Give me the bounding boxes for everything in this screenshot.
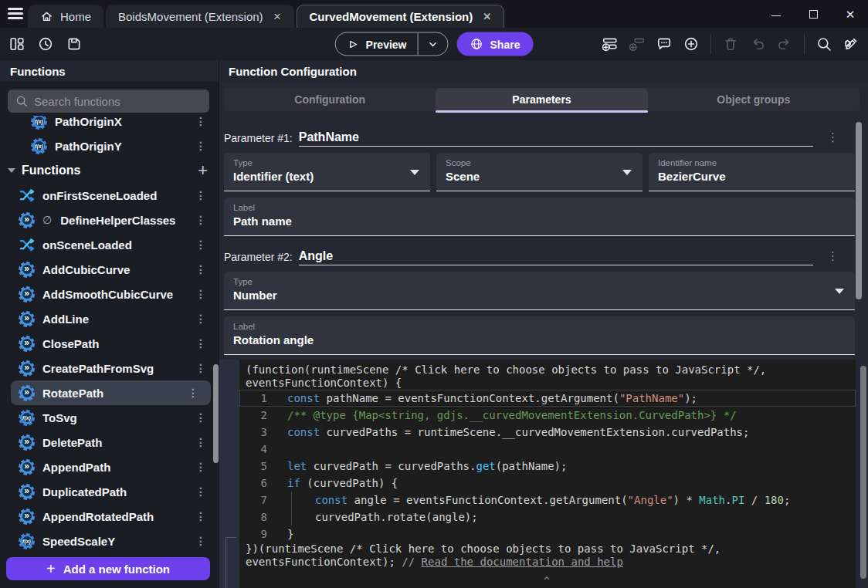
item-menu-button[interactable]: ⋮ bbox=[191, 288, 211, 300]
search-box[interactable] bbox=[8, 90, 209, 113]
item-menu-button[interactable]: ⋮ bbox=[191, 116, 211, 127]
item-menu-button[interactable]: ⋮ bbox=[191, 411, 211, 424]
function-item-rotatepath[interactable]: »RotatePath⋮ bbox=[11, 380, 211, 405]
type-select[interactable]: Type Number bbox=[224, 272, 855, 310]
add-comment-icon[interactable] bbox=[656, 36, 672, 52]
tab-object-groups[interactable]: Object groups bbox=[648, 88, 860, 111]
preview-button[interactable]: Preview bbox=[335, 32, 449, 56]
item-menu-button[interactable]: ⋮ bbox=[191, 140, 211, 152]
function-item-duplicatedpath[interactable]: »DuplicatedPath⋮ bbox=[0, 479, 219, 504]
scope-select[interactable]: Scope Scene bbox=[436, 153, 643, 191]
add-circle-icon[interactable] bbox=[683, 36, 699, 52]
function-label: RotatePath bbox=[42, 387, 175, 400]
tab-parameters[interactable]: Parameters bbox=[436, 88, 647, 111]
code-line-2[interactable]: 2/** @type {Map<string, gdjs.__curvedMov… bbox=[239, 407, 856, 424]
function-item-appendpath[interactable]: »AppendPath⋮ bbox=[0, 455, 219, 479]
function-item-addcubiccurve[interactable]: »AddCubicCurve⋮ bbox=[0, 257, 219, 282]
function-item-createpathfromsvg[interactable]: »CreatePathFromSvg⋮ bbox=[0, 356, 219, 380]
code-line-4[interactable]: 4 bbox=[239, 441, 856, 458]
project-manager-icon[interactable] bbox=[9, 36, 25, 52]
function-item-addline[interactable]: »AddLine⋮ bbox=[0, 306, 219, 331]
item-menu-button[interactable]: ⋮ bbox=[191, 485, 211, 498]
minimize-button[interactable] bbox=[769, 8, 783, 20]
share-button[interactable]: Share bbox=[457, 32, 534, 56]
functions-section-header[interactable]: Functions+ bbox=[0, 158, 219, 183]
code-line-7[interactable]: 7const angle = eventsFunctionContext.get… bbox=[239, 492, 856, 509]
item-menu-button[interactable]: ⋮ bbox=[191, 214, 211, 226]
item-menu-button[interactable]: ⋮ bbox=[191, 238, 211, 251]
code-line-5[interactable]: 5let curvedPath = curvedPaths.get(pathNa… bbox=[239, 458, 856, 475]
plus-icon: + bbox=[46, 560, 56, 578]
code-line-1[interactable]: 1const pathName = eventsFunctionContext.… bbox=[239, 390, 856, 407]
share-label: Share bbox=[490, 38, 520, 50]
search-input[interactable] bbox=[34, 95, 202, 108]
item-menu-button[interactable]: ⋮ bbox=[191, 436, 211, 448]
label-input[interactable]: Label Rotation angle bbox=[224, 316, 855, 355]
function-item-deletepath[interactable]: »DeletePath⋮ bbox=[0, 430, 219, 455]
parameters-scrollbar[interactable] bbox=[856, 122, 862, 299]
item-menu-button[interactable]: ⋮ bbox=[191, 337, 211, 350]
identifier-name-input[interactable]: Identifier name BezierCurve bbox=[649, 153, 855, 191]
code-wrapper-line-bottom-2: eventsFunctionContext); // Read the docu… bbox=[239, 556, 856, 569]
titlebar: HomeBoidsMovement (Extension)✕CurvedMove… bbox=[0, 0, 868, 28]
code-line-9[interactable]: 9} bbox=[239, 525, 856, 542]
search-icon[interactable] bbox=[816, 36, 832, 52]
tab-boidsmovement-extension-[interactable]: BoidsMovement (Extension)✕ bbox=[106, 5, 294, 28]
add-icon[interactable]: + bbox=[198, 162, 208, 179]
action-icon: » bbox=[19, 459, 35, 475]
code-line-8[interactable]: 8curvedPath.rotate(angle); bbox=[239, 509, 856, 525]
item-menu-button[interactable]: ⋮ bbox=[191, 535, 211, 547]
close-button[interactable]: ✕ bbox=[843, 8, 857, 20]
item-menu-button[interactable]: ⋮ bbox=[191, 510, 211, 522]
function-item-pathoriginx[interactable]: f(x)PathOriginX⋮ bbox=[0, 116, 219, 133]
function-item-onfirstsceneloaded[interactable]: onFirstSceneLoaded⋮ bbox=[0, 183, 219, 208]
indent-guide bbox=[291, 492, 315, 509]
function-item-pathoriginy[interactable]: f(x)PathOriginY⋮ bbox=[0, 133, 219, 158]
item-menu-button[interactable]: ⋮ bbox=[191, 313, 211, 325]
tab-configuration[interactable]: Configuration bbox=[224, 88, 436, 111]
collapse-triangle-icon[interactable] bbox=[8, 168, 15, 173]
tab-close-icon[interactable]: ✕ bbox=[483, 11, 491, 22]
sidebar-scrollbar[interactable] bbox=[213, 364, 219, 463]
item-menu-button[interactable]: ⋮ bbox=[191, 263, 211, 275]
expand-caret[interactable]: ^ bbox=[544, 575, 550, 586]
function-item-onsceneloaded[interactable]: onSceneLoaded⋮ bbox=[0, 232, 219, 257]
parameter-menu-button[interactable]: ⋮ bbox=[819, 130, 842, 147]
add-function-button[interactable]: + Add a new function bbox=[6, 557, 210, 580]
item-menu-button[interactable]: ⋮ bbox=[183, 387, 203, 399]
item-menu-button[interactable]: ⋮ bbox=[191, 461, 211, 473]
tab-home[interactable]: Home bbox=[28, 5, 103, 28]
function-label: DefineHelperClasses bbox=[60, 214, 183, 227]
function-item-closepath[interactable]: »ClosePath⋮ bbox=[0, 331, 219, 356]
code-editor[interactable]: (function(runtimeScene /* Click here to … bbox=[239, 360, 856, 588]
tab-label: Home bbox=[60, 10, 91, 23]
code-line-3[interactable]: 3const curvedPaths = runtimeScene.__curv… bbox=[239, 424, 856, 441]
code-line-6[interactable]: 6if (curvedPath) { bbox=[239, 475, 856, 492]
function-item-speedscaley[interactable]: f(x)SpeedScaleY⋮ bbox=[0, 529, 219, 553]
add-event-icon[interactable] bbox=[602, 36, 618, 52]
function-item-addsmoothcubiccurve[interactable]: »AddSmoothCubicCurve⋮ bbox=[0, 282, 219, 306]
parameter-menu-button[interactable]: ⋮ bbox=[819, 249, 842, 265]
function-item-tosvg[interactable]: f(x)ToSvg⋮ bbox=[0, 405, 219, 430]
save-icon[interactable] bbox=[66, 36, 82, 52]
history-icon[interactable] bbox=[38, 36, 53, 52]
main-menu-icon[interactable] bbox=[8, 8, 23, 22]
preview-options-chevron-icon[interactable] bbox=[419, 38, 448, 50]
maximize-button[interactable] bbox=[806, 8, 820, 20]
parameter-name-input[interactable]: Angle bbox=[299, 249, 333, 262]
functions-panel-title: Functions bbox=[0, 60, 219, 82]
function-label: ToSvg bbox=[42, 411, 183, 424]
code-scrollbar[interactable] bbox=[860, 366, 866, 579]
section-label: Functions bbox=[22, 164, 192, 177]
parameter-name-input[interactable]: PathName bbox=[299, 130, 359, 144]
edit-extension-icon[interactable] bbox=[843, 36, 859, 52]
item-menu-button[interactable]: ⋮ bbox=[191, 362, 211, 374]
function-item-appendrotatedpath[interactable]: »AppendRotatedPath⋮ bbox=[0, 504, 219, 529]
undo-icon bbox=[750, 36, 765, 52]
function-item-definehelperclasses[interactable]: »∅DefineHelperClasses⋮ bbox=[0, 208, 219, 232]
tab-close-icon[interactable]: ✕ bbox=[273, 11, 282, 22]
type-select[interactable]: Type Identifier (text) bbox=[224, 153, 430, 191]
label-input[interactable]: Label Path name bbox=[224, 198, 855, 236]
item-menu-button[interactable]: ⋮ bbox=[191, 189, 211, 201]
tab-curvedmovement-extension-[interactable]: CurvedMovement (Extension)✕ bbox=[297, 5, 505, 28]
